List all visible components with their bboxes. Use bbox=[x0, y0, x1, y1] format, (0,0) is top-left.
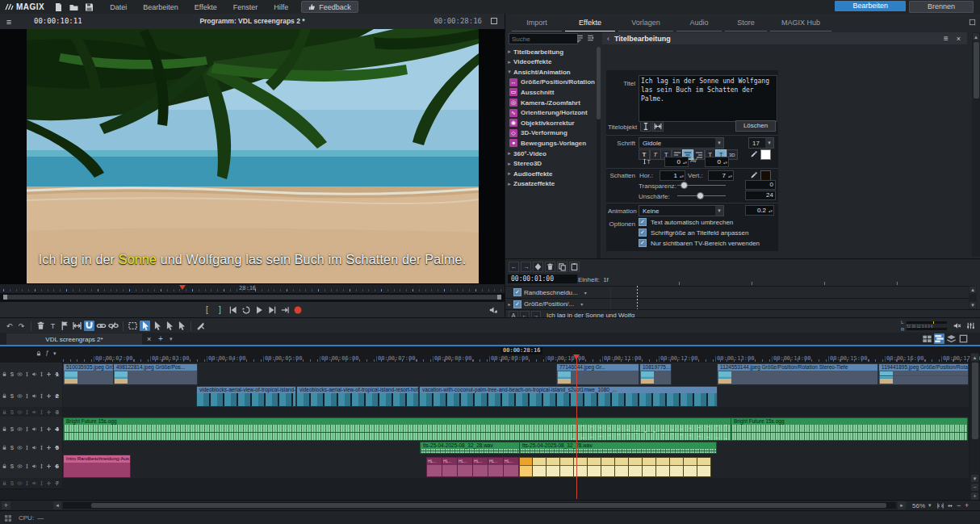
mouse-single-icon[interactable] bbox=[152, 321, 162, 331]
prev-keyframe-button[interactable]: ← bbox=[509, 262, 519, 272]
subtitle-block[interactable] bbox=[669, 457, 684, 477]
scroll-down-icon[interactable]: ▾ bbox=[970, 302, 976, 308]
zoom-level-value[interactable]: 56% bbox=[912, 502, 925, 509]
track-lock-button[interactable] bbox=[2, 371, 7, 377]
mode-brennen-button[interactable]: Brennen bbox=[909, 1, 974, 13]
track-7-lane[interactable] bbox=[63, 478, 969, 489]
kerning-stepper[interactable]: 0 ▴▾ bbox=[705, 157, 729, 167]
subtitle-block[interactable] bbox=[559, 457, 574, 477]
track-lock-button[interactable] bbox=[2, 393, 7, 399]
search-input[interactable] bbox=[509, 33, 578, 44]
tree-ansicht-animation[interactable]: ▾Ansicht/Animation bbox=[505, 67, 596, 77]
video-clip[interactable]: 77146044.jpeg Gr... bbox=[556, 363, 639, 385]
list-view-icon[interactable] bbox=[576, 34, 584, 43]
keyframe-row-checkbox[interactable]: ✓ bbox=[513, 288, 521, 296]
track-plus-button[interactable] bbox=[46, 463, 52, 469]
tree-zusatzeffekte[interactable]: ▸Zusatzeffekte bbox=[505, 179, 596, 189]
track-visibility-button[interactable] bbox=[17, 445, 23, 451]
overview-mode-button[interactable] bbox=[946, 333, 957, 344]
menu-hilfe[interactable]: Hilfe bbox=[266, 3, 296, 11]
tab-audio[interactable]: Audio bbox=[676, 19, 722, 31]
animation-step-stepper[interactable]: 0.2 ▴▾ bbox=[745, 205, 774, 216]
tab-effekte[interactable]: Effekte bbox=[565, 19, 615, 31]
delete-title-button[interactable]: Löschen bbox=[735, 120, 776, 132]
track-plus-button[interactable] bbox=[46, 480, 52, 486]
tab-import[interactable]: Import bbox=[512, 19, 562, 31]
effects-tree-scrollbar[interactable] bbox=[597, 47, 601, 270]
next-keyframe-button[interactable]: → bbox=[521, 262, 531, 272]
storyboard-view-button[interactable] bbox=[922, 333, 932, 344]
keyframe-row-1[interactable]: ✓Randbeschneidu...▾ bbox=[505, 286, 969, 298]
text-cursor-icon[interactable] bbox=[640, 121, 651, 132]
stepper-arrows[interactable]: ▴▾ bbox=[679, 174, 685, 178]
unschaerfe-slider[interactable] bbox=[677, 191, 726, 199]
slider-knob[interactable] bbox=[697, 192, 704, 199]
line-spacing-icon[interactable]: T bbox=[643, 157, 651, 166]
track-mute-button[interactable] bbox=[31, 463, 37, 469]
keyframe-playline[interactable] bbox=[637, 286, 638, 309]
loop-button[interactable] bbox=[241, 305, 251, 315]
marker-icon[interactable] bbox=[60, 321, 70, 331]
track-solo-button[interactable]: S bbox=[9, 480, 15, 486]
track-visibility-button[interactable] bbox=[17, 463, 23, 469]
tree-titelbearbeitung[interactable]: ▸Titelbearbeitung bbox=[505, 47, 596, 57]
audio-clip[interactable]: tts-25-04-2025-08_32_28.wav bbox=[420, 442, 520, 454]
track-visibility-button[interactable] bbox=[17, 409, 23, 415]
subtitle-block[interactable]: HL... bbox=[457, 457, 473, 477]
transparenz-slider[interactable] bbox=[677, 181, 726, 189]
track-lock-button[interactable] bbox=[2, 445, 7, 451]
record-button[interactable] bbox=[293, 305, 303, 315]
track-solo-button[interactable]: S bbox=[9, 371, 15, 377]
subtitle-block[interactable] bbox=[519, 457, 533, 477]
new-project-icon[interactable] bbox=[53, 2, 64, 12]
keyframe-timecode[interactable]: 00:00:01:00 bbox=[508, 275, 577, 283]
track-fade-button[interactable] bbox=[39, 409, 44, 415]
track-solo-button[interactable]: S bbox=[9, 445, 15, 451]
zoom-caret-icon[interactable]: ▾ bbox=[928, 502, 932, 509]
add-track-button[interactable]: + bbox=[2, 501, 10, 509]
zoom-out-icon[interactable]: − bbox=[957, 501, 961, 509]
project-tab-close-icon[interactable]: × bbox=[147, 335, 151, 343]
checkbox-checked-icon[interactable]: ✓ bbox=[639, 218, 647, 226]
scroll-thumb[interactable] bbox=[597, 47, 601, 119]
font-size-select[interactable]: 17 ▾ bbox=[748, 137, 774, 149]
open-project-icon[interactable] bbox=[69, 2, 79, 12]
font-color-swatch[interactable] bbox=[760, 149, 771, 160]
mouse-curve-icon[interactable] bbox=[164, 321, 174, 331]
tab-magix-hub[interactable]: MAGIX Hub bbox=[770, 19, 831, 31]
tree-gr-e-position-rotation[interactable]: ↔Größe/Position/Rotation bbox=[505, 78, 596, 87]
add-keyframe-button[interactable] bbox=[533, 262, 543, 272]
tab-store[interactable]: Store bbox=[725, 19, 767, 31]
jump-end-button[interactable] bbox=[267, 305, 277, 315]
panel-close-icon[interactable]: × bbox=[957, 35, 961, 43]
video-clip[interactable]: 119441895.jpeg Größe/Position/Rota... bbox=[878, 363, 969, 385]
subtitle-block[interactable] bbox=[614, 457, 629, 477]
playhead-line[interactable] bbox=[576, 359, 577, 499]
checkbox-checked-icon[interactable]: ✓ bbox=[639, 228, 647, 237]
group-icon[interactable] bbox=[96, 321, 107, 331]
panel-menu-icon[interactable]: ≡ bbox=[944, 34, 949, 43]
video-clip[interactable]: videoblocks-aerial-view-of-tropical-isla… bbox=[296, 386, 419, 407]
mute-master-icon[interactable] bbox=[953, 321, 961, 330]
preset-view-icon[interactable] bbox=[586, 34, 595, 43]
subtitle-block[interactable] bbox=[601, 457, 615, 477]
subtitle-block[interactable] bbox=[642, 457, 656, 477]
track-plus-button[interactable] bbox=[46, 371, 52, 377]
menu-bearbeiten[interactable]: Bearbeiten bbox=[135, 3, 186, 11]
zoom-in-icon[interactable]: + bbox=[965, 501, 969, 509]
stretch-title-icon[interactable] bbox=[652, 121, 664, 132]
scroll-up-icon[interactable]: ▴ bbox=[970, 287, 976, 293]
project-tab[interactable]: VDL screengraps 2* bbox=[6, 333, 142, 345]
subtitle-block[interactable] bbox=[546, 457, 560, 477]
track-visibility-button[interactable] bbox=[17, 480, 23, 486]
monitor-volume-icon[interactable] bbox=[488, 305, 498, 315]
video-clip[interactable]: vacation-with-coconut-palm-tree-and-beac… bbox=[419, 386, 718, 407]
scroll-up-icon[interactable]: ▴ bbox=[973, 33, 979, 40]
panel-window-icon[interactable] bbox=[969, 19, 976, 26]
tree-audioeffekte[interactable]: ▸Audioeffekte bbox=[505, 169, 596, 178]
title-clip[interactable]: Intro Randbeschneidung-Aus... bbox=[63, 455, 131, 478]
unschaerfe-value-box[interactable]: 24 bbox=[745, 191, 776, 200]
subtitle-block[interactable] bbox=[573, 457, 588, 477]
vzoom-caret[interactable]: ▾ bbox=[971, 475, 978, 482]
title-text-input[interactable]: Ich lag in der Sonne und Wolfgang las se… bbox=[639, 75, 777, 122]
